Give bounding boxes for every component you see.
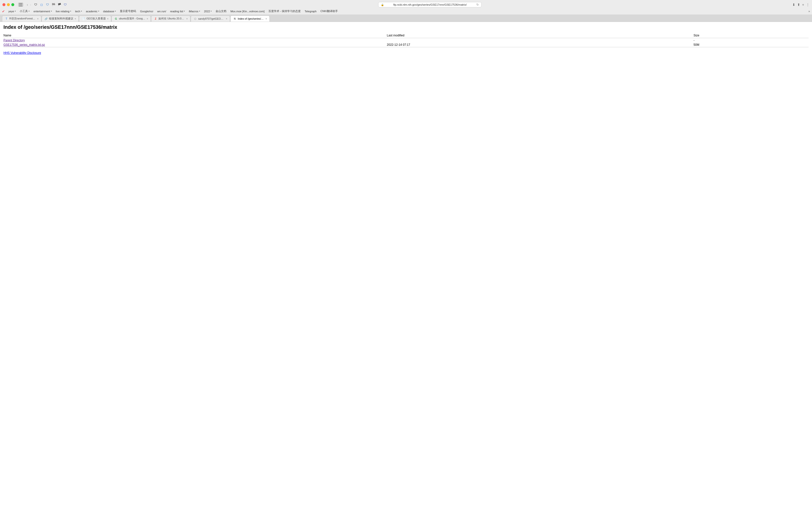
bookmark-tech[interactable]: tech ▾ (74, 9, 83, 13)
tab-title: sandy9707/getGEOFileLinks (198, 17, 225, 20)
browser-extension-icon-5[interactable]: 🛡 (63, 3, 67, 7)
shield-extension-icon[interactable]: 🛡 (34, 3, 38, 7)
minimize-button[interactable] (7, 3, 10, 6)
browser-extension-icon-2[interactable]: 🛡 (46, 3, 50, 7)
reload-icon[interactable]: ↻ (476, 3, 479, 6)
more-button[interactable]: ⋮ (806, 3, 810, 7)
maximize-button[interactable] (11, 3, 14, 6)
bookmark-academic-label: academic (86, 10, 97, 13)
tab-close-icon[interactable]: × (226, 17, 227, 20)
page-title: Index of /geo/series/GSE17nnn/GSE17536/m… (3, 24, 809, 30)
bookmark-cnki-label: CNKI翻译助手 (320, 9, 338, 13)
tab-close-icon[interactable]: × (265, 17, 267, 20)
tab-favicon: 🔗 (44, 17, 48, 21)
bookmark-2022[interactable]: 2022 ▾ (203, 9, 213, 13)
bookmark-jinshan[interactable]: 金山文档 (214, 9, 228, 13)
bookmark-wn[interactable]: wn.run/ (156, 9, 168, 13)
bookmark-imacros[interactable]: iMacros ▾ (187, 9, 202, 13)
bookmark-mox-label: Mox.moe [Kin...volmoe.com] (230, 10, 264, 13)
bookmark-live-relating[interactable]: live relating ▾ (54, 9, 73, 13)
chevron-down-icon: ▾ (98, 10, 99, 12)
bookmark-yeye[interactable]: yeye ▾ (7, 9, 17, 13)
tab-link-copy[interactable]: 🔗 链接复制和外观建议 × (41, 16, 79, 22)
tab-ubuntu-install[interactable]: Z 如何在 Ubuntu 20.04 上安装... × (151, 16, 191, 22)
new-tab-button[interactable]: + (802, 3, 804, 7)
sidebar-toggle-button[interactable] (18, 3, 23, 7)
chevron-down-icon: ▾ (29, 10, 30, 12)
browser-extension-icon-4[interactable]: 🏴 (57, 3, 61, 7)
chevron-down-icon: ▾ (199, 10, 200, 12)
tab-close-icon[interactable]: × (147, 17, 148, 20)
tab-favicon: Z (154, 17, 157, 21)
tab-title: Index of /geo/series/GSE17nn... (238, 17, 264, 20)
share-button[interactable]: ⬆ (797, 3, 800, 7)
bookmark-academic[interactable]: academic ▾ (84, 9, 100, 13)
bookmark-live-relating-label: live relating (56, 10, 70, 13)
file-name-cell: GSE17536_series_matrix.txt.gz (3, 42, 387, 47)
chevron-down-icon: ▾ (15, 10, 16, 12)
bookmark-stars-label: 显示星号密码 (120, 9, 136, 13)
table-header-row: Name Last modified Size (3, 33, 809, 38)
bookmark-database[interactable]: database ▾ (102, 9, 117, 13)
hhs-vulnerability-link[interactable]: HHS Vulnerability Disclosure (3, 51, 41, 55)
forward-button[interactable]: › (29, 3, 32, 7)
tab-title: 链接复制和外观建议 (49, 17, 73, 21)
tab-sandy-geo[interactable]: ⬡ sandy9707/getGEOFileLinks × (191, 16, 230, 22)
tab-close-icon[interactable]: × (107, 17, 109, 20)
bookmark-2022-label: 2022 (204, 10, 210, 13)
address-bar-wrap: 🔒 ftp.ncbi.nlm.nih.gov/geo/series/GSE17n… (69, 2, 790, 7)
bookmark-mox[interactable]: Mox.moe [Kin...volmoe.com] (229, 9, 266, 13)
address-bar[interactable]: 🔒 ftp.ncbi.nlm.nih.gov/geo/series/GSE17n… (378, 2, 482, 7)
svg-rect-2 (19, 6, 22, 6)
bookmark-telegraph[interactable]: Telegraph (303, 9, 318, 13)
bookmark-entertainment-label: entertainment (33, 10, 50, 13)
chevron-down-icon: ▾ (70, 10, 71, 12)
tab-title: 如何在 Ubuntu 20.04 上安装... (158, 17, 185, 21)
tab-geo-matrix-active[interactable]: N Index of /geo/series/GSE17nn... × (230, 16, 270, 22)
nav-arrows: ‹ › (26, 3, 32, 7)
vivaldi-logo: ✔ (2, 9, 5, 13)
bookmark-google-ncr[interactable]: Google/ncr (139, 9, 155, 13)
tabs-bar: T R语言randomForest包的随机... × 🔗 链接复制和外观建议 ×… (0, 14, 812, 22)
browser-extension-icon-1[interactable]: ◻ (39, 3, 44, 7)
chevron-down-icon: ▾ (115, 10, 116, 12)
chevron-down-icon: ▾ (184, 10, 185, 12)
parent-directory-link[interactable]: Parent Directory (3, 39, 25, 42)
tab-geo-viewer[interactable]: 📄 GEO加入查看器 × (79, 16, 111, 22)
browser-extension-icon-3[interactable]: 🏁 (52, 3, 55, 7)
file-size-cell: 50M (694, 42, 809, 47)
matrix-file-link[interactable]: GSE17536_series_matrix.txt.gz (3, 43, 45, 47)
tab-favicon: G (114, 17, 118, 21)
toolbar-right: ⬇ ⬆ + ⋮ (792, 3, 810, 7)
tab-close-icon[interactable]: × (186, 17, 188, 20)
tab-r-randomforest[interactable]: T R语言randomForest包的随机... × (2, 16, 41, 22)
tab-ubuntu-r[interactable]: G ubuntu安装R - Google Search × (112, 16, 151, 22)
tab-title: GEO加入查看器 (86, 17, 106, 21)
bookmark-google-ncr-label: Google/ncr (140, 10, 153, 13)
download-button[interactable]: ⬇ (792, 3, 795, 7)
tab-favicon: 📄 (82, 17, 85, 21)
bookmark-tools[interactable]: 小工具 ▾ (18, 9, 31, 13)
col-header-size: Size (694, 33, 809, 38)
tab-close-icon[interactable]: × (37, 17, 39, 20)
window-controls (2, 3, 14, 6)
bookmark-wn-label: wn.run/ (157, 10, 166, 13)
tab-title: ubuntu安装R - Google Search (119, 17, 145, 21)
bookmark-cnki[interactable]: CNKI翻译助手 (319, 9, 339, 13)
file-size-cell: - (694, 38, 809, 42)
back-button[interactable]: ‹ (26, 3, 29, 7)
title-bar: ‹ › 🛡 ◻ 🛡 🏁 🏴 🛡 🔒 ftp.ncbi.nlm.nih.gov/g… (0, 0, 812, 8)
bookmarks-more-button[interactable]: » (808, 9, 810, 13)
bookmark-reading-list[interactable]: reading list ▾ (169, 9, 186, 13)
address-text[interactable]: ftp.ncbi.nlm.nih.gov/geo/series/GSE17nnn… (385, 3, 475, 6)
browser-chrome: ‹ › 🛡 ◻ 🛡 🏁 🏴 🛡 🔒 ftp.ncbi.nlm.nih.gov/g… (0, 0, 812, 22)
col-header-name: Name (3, 33, 387, 38)
tab-close-icon[interactable]: × (75, 17, 76, 20)
table-row: GSE17536_series_matrix.txt.gz 2022-12-14… (3, 42, 809, 47)
bookmark-imacros-label: iMacros (189, 10, 198, 13)
bookmark-entertainment[interactable]: entertainment ▾ (32, 9, 53, 13)
bookmark-baidu-xueshu[interactable]: 百度学术 - 保持学习的态度 (267, 9, 302, 13)
close-button[interactable] (2, 3, 5, 6)
bookmark-stars[interactable]: 显示星号密码 (118, 9, 138, 13)
chevron-down-icon: ▾ (81, 10, 82, 12)
